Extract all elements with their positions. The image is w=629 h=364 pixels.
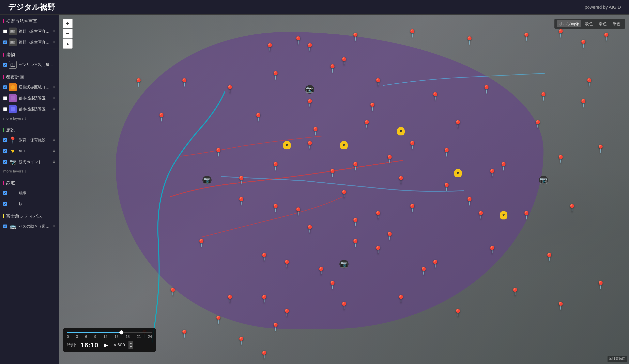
checkbox-urban2[interactable] <box>3 96 7 100</box>
rail-icon-2 <box>9 200 17 208</box>
timeline-label-9: 9 <box>94 335 96 339</box>
bus-icon-1: 🚌 <box>9 222 17 230</box>
svg-point-2 <box>13 31 15 33</box>
layer-label-bus1: バスの動き（巡回） <box>19 224 50 229</box>
layer-label-fac2: AED <box>19 149 50 153</box>
main-content: 裾野市航空写真 裾野市航空写真（平成28年... ⬇ 裾野市航空写真（令和元年.… <box>0 14 629 364</box>
svg-rect-9 <box>11 96 15 100</box>
layer-rail1: 路線 <box>0 187 59 198</box>
download-fac1[interactable]: ⬇ <box>52 138 55 142</box>
play-button[interactable]: ▶ <box>102 341 110 349</box>
zoom-in-button[interactable]: + <box>63 19 73 28</box>
fac-icon-3: 📷 <box>9 158 17 166</box>
map-area[interactable]: 📍 📍 📍 📍 📍 📍 📍 📍 📍 📍 📍 📍 📍 📍 📍 📍 📍 📍 📍 📍 … <box>59 14 629 364</box>
reset-bearing-button[interactable]: ▲ <box>63 39 73 49</box>
section-bar-facilities <box>3 128 4 132</box>
style-light-button[interactable]: 淡色 <box>583 20 595 27</box>
powered-by-label: powered by AIGID <box>585 5 621 10</box>
section-title-aerial: 裾野市航空写真 <box>6 18 37 24</box>
download-fac3[interactable]: ⬇ <box>52 160 55 164</box>
svg-marker-8 <box>10 85 15 90</box>
app-header: デジタル裾野 powered by AIGID <box>0 0 629 14</box>
layer-label-rail1: 路線 <box>19 190 55 195</box>
timeline-label-6: 6 <box>85 335 87 339</box>
download-aerial1[interactable]: ⬇ <box>52 29 55 34</box>
layer-fac2: ♥ AED ⬇ <box>0 146 59 157</box>
layer-urban3: 都市機能誘導区域-裾野（平... ⬇ <box>0 104 59 115</box>
checkbox-rail2[interactable] <box>3 202 7 206</box>
layer-label-aerial2: 裾野市航空写真（令和元年... <box>19 40 50 45</box>
checkbox-urban3[interactable] <box>3 107 7 111</box>
svg-rect-1 <box>11 30 13 32</box>
timeline-progress <box>67 332 121 333</box>
timeline-label-12: 12 <box>103 335 107 339</box>
svg-rect-7 <box>13 63 15 67</box>
app-title: デジタル裾野 <box>8 2 55 12</box>
layer-fac1: 📍 教育・保育施設 ⬇ <box>0 135 59 146</box>
speed-down-button[interactable]: ▼ <box>129 345 133 349</box>
layer-urban2: 都市機能誘導区域-岩波（平... ⬇ <box>0 93 59 104</box>
fac-icon-1: 📍 <box>9 136 17 144</box>
time-value: 16:10 <box>81 341 98 349</box>
checkbox-fac2[interactable] <box>3 149 7 153</box>
map-style-controls: オルソ画像 淡色 暗色 単色 <box>554 19 625 29</box>
download-aerial2[interactable]: ⬇ <box>52 40 55 45</box>
timeline-label-18: 18 <box>126 335 130 339</box>
section-bar-aerial <box>3 19 4 23</box>
section-title-bus: 富士急シティバス <box>6 213 43 219</box>
aerial-icon-1 <box>9 27 17 35</box>
map-attribution: 地理院地図 <box>608 356 627 362</box>
section-facilities: 施設 <box>0 124 59 135</box>
building-icon <box>9 61 17 69</box>
style-dark-button[interactable]: 暗色 <box>597 20 609 27</box>
zoom-out-button[interactable]: − <box>63 29 73 38</box>
layer-label-rail2: 駅 <box>19 201 55 206</box>
section-bus: 富士急シティバス <box>0 210 59 221</box>
download-bus1[interactable]: ⬇ <box>52 224 55 229</box>
download-urban3[interactable]: ⬇ <box>52 107 55 111</box>
urban-more-layers[interactable]: more layers ↓ <box>0 115 59 123</box>
checkbox-rail1[interactable] <box>3 191 7 195</box>
download-urban2[interactable]: ⬇ <box>52 96 55 100</box>
layer-aerial1: 裾野市航空写真（平成28年... ⬇ <box>0 26 59 37</box>
checkbox-building1[interactable] <box>3 63 7 67</box>
layer-label-fac3: 観光ポイント <box>19 159 50 165</box>
fac-more-layers[interactable]: more layers ↓ <box>0 168 59 176</box>
timeline-controls: 時刻: 16:10 ▶ × 600 ▲ ▼ <box>67 341 152 349</box>
sidebar: 裾野市航空写真 裾野市航空写真（平成28年... ⬇ 裾野市航空写真（令和元年.… <box>0 14 59 364</box>
checkbox-aerial2[interactable] <box>3 40 7 44</box>
timeline-label-21: 21 <box>137 335 141 339</box>
timeline-labels: 0 3 6 9 12 15 18 21 24 <box>67 335 152 339</box>
layer-label-building1: ゼンリン三次元建物形状デー <box>19 62 55 67</box>
download-urban1[interactable]: ⬇ <box>52 85 55 90</box>
section-bar-building <box>3 53 4 57</box>
urban-icon-2 <box>9 94 17 102</box>
timeline-label-15: 15 <box>115 335 119 339</box>
layer-label-urban3: 都市機能誘導区域-裾野（平... <box>19 106 50 112</box>
section-bar-bus <box>3 214 4 218</box>
section-title-building: 建物 <box>6 52 15 58</box>
fac-icon-2: ♥ <box>9 147 17 155</box>
layer-label-urban2: 都市機能誘導区域-岩波（平... <box>19 95 50 101</box>
speed-display: × 600 <box>114 342 125 348</box>
checkbox-urban1[interactable] <box>3 86 7 89</box>
speed-up-button[interactable]: ▲ <box>129 341 133 345</box>
style-orso-button[interactable]: オルソ画像 <box>557 20 581 27</box>
map-zoom-controls: + − ▲ <box>63 19 73 49</box>
download-fac2[interactable]: ⬇ <box>52 149 55 153</box>
timeline-track[interactable] <box>67 332 152 333</box>
timeline-thumb[interactable] <box>119 330 123 334</box>
checkbox-fac1[interactable] <box>3 138 7 142</box>
aerial-icon-2 <box>9 38 17 46</box>
checkbox-bus1[interactable] <box>3 225 7 228</box>
checkbox-aerial1[interactable] <box>3 30 7 33</box>
style-mono-button[interactable]: 単色 <box>610 20 623 27</box>
rail-icon-1 <box>9 189 17 197</box>
checkbox-fac3[interactable] <box>3 160 7 164</box>
layer-label-aerial1: 裾野市航空写真（平成28年... <box>19 29 50 34</box>
section-title-facilities: 施設 <box>6 127 15 133</box>
svg-rect-10 <box>11 107 15 111</box>
layer-fac3: 📷 観光ポイント ⬇ <box>0 157 59 168</box>
layer-rail2: 駅 <box>0 198 59 209</box>
svg-rect-4 <box>11 41 13 43</box>
